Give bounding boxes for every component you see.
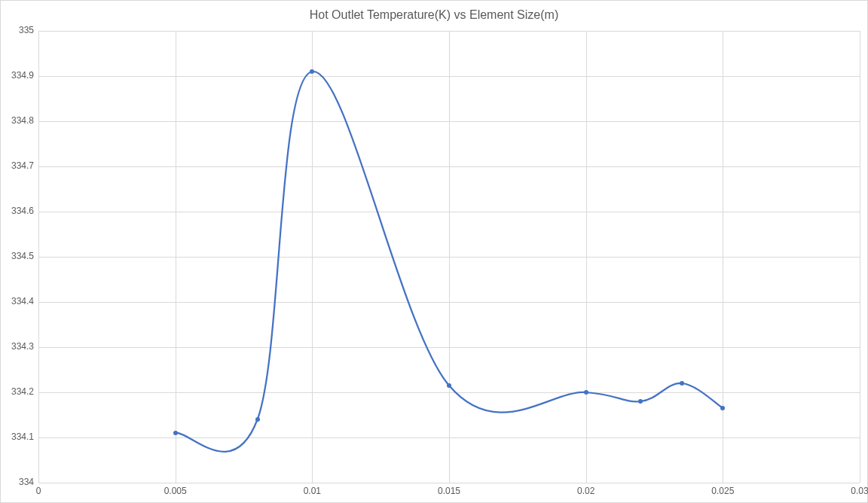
- x-tick-label: 0: [16, 486, 61, 496]
- data-marker: [680, 381, 684, 386]
- y-tick-label: 334.6: [4, 206, 34, 216]
- data-marker: [310, 69, 314, 74]
- y-tick-label: 334.3: [4, 341, 34, 352]
- x-tick-label: 0.01: [289, 486, 335, 496]
- data-marker: [255, 417, 260, 422]
- y-tick-label: 334.7: [4, 160, 34, 171]
- chart-frame: Hot Outlet Temperature(K) vs Element Siz…: [0, 0, 868, 503]
- chart-title: Hot Outlet Temperature(K) vs Element Siz…: [1, 8, 867, 22]
- x-tick-label: 0.015: [426, 486, 472, 496]
- gridline-vertical: [860, 31, 860, 483]
- data-marker: [447, 383, 451, 388]
- x-tick-label: 0.005: [153, 486, 198, 496]
- data-marker: [638, 399, 643, 404]
- x-axis-line: [38, 483, 860, 483]
- x-tick-label: 0.02: [564, 486, 609, 496]
- x-tick-label: 0.03: [837, 486, 868, 496]
- y-tick-label: 334.4: [4, 296, 34, 306]
- y-tick-label: 334.9: [4, 70, 34, 81]
- y-tick-label: 334.8: [4, 115, 34, 126]
- data-marker: [720, 406, 725, 410]
- y-tick-label: 334.2: [4, 386, 34, 397]
- y-tick-label: 334.5: [4, 251, 34, 261]
- series-line: [38, 31, 860, 483]
- y-tick-label: 334.1: [4, 431, 34, 442]
- plot-area: 334334.1334.2334.3334.4334.5334.6334.733…: [38, 31, 860, 483]
- data-marker: [173, 431, 178, 435]
- y-tick-label: 335: [4, 25, 34, 35]
- x-tick-label: 0.025: [700, 486, 745, 496]
- data-marker: [584, 390, 588, 395]
